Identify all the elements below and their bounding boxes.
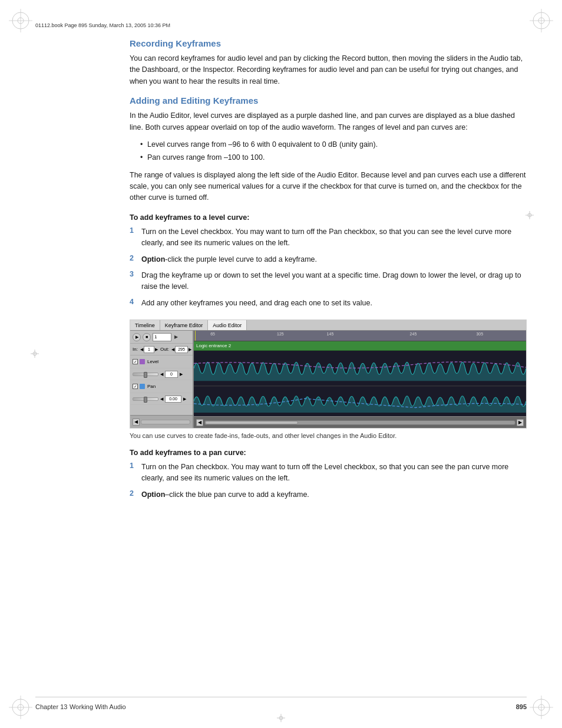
in-inc[interactable]: ▶ bbox=[155, 347, 158, 352]
scroll-thumb-left[interactable] bbox=[141, 420, 190, 424]
option-bold-2: Option bbox=[141, 255, 165, 263]
scroll-right-btn[interactable]: ▶ bbox=[517, 419, 524, 426]
level-checkbox[interactable]: ✓ bbox=[133, 359, 138, 364]
level-slider[interactable] bbox=[133, 373, 158, 376]
timeline-tab[interactable]: Timeline bbox=[130, 320, 160, 330]
level-color-swatch bbox=[140, 359, 145, 364]
pan-label: Pan bbox=[147, 384, 156, 389]
waveform-tracks bbox=[194, 351, 526, 416]
timeline-tab-label: Timeline bbox=[135, 322, 155, 328]
footer-left: Chapter 13 Working With Audio bbox=[35, 702, 126, 711]
figure-caption: You can use curves to create fade-ins, f… bbox=[130, 432, 527, 439]
time-display: 1 bbox=[153, 333, 171, 341]
pan-val-inc[interactable]: ▶ bbox=[183, 397, 186, 401]
step-num-4: 4 bbox=[130, 298, 141, 306]
pan-slider[interactable] bbox=[133, 397, 158, 401]
pan-val-dec[interactable]: ◀ bbox=[160, 397, 163, 401]
pan-step-2: 2 Option–click the blue pan curve to add… bbox=[130, 489, 527, 500]
pan-step-text-1: Turn on the Pan checkbox. You may want t… bbox=[141, 462, 527, 485]
editor-tab-bar: Timeline Keyframe Editor Audio Editor bbox=[130, 320, 526, 331]
timeline-ruler: 65 125 145 245 305 bbox=[194, 331, 526, 341]
bottom-edge-marker bbox=[277, 714, 285, 722]
step-text-1: Turn on the Level checkbox. You may want… bbox=[141, 226, 527, 249]
audio-editor-tab[interactable]: Audio Editor bbox=[208, 320, 247, 330]
editor-left-panel: ▶ ■ 1 ▶ In: ◀ bbox=[130, 331, 194, 428]
pan-controls-row: ◀ 0.00 ▶ bbox=[130, 393, 193, 405]
level-value: 0 bbox=[165, 371, 178, 378]
pan-value: 0.00 bbox=[165, 396, 181, 403]
scroll-track[interactable] bbox=[204, 420, 515, 425]
left-panel-scroll: ◀ bbox=[130, 415, 193, 428]
right-edge-marker bbox=[525, 211, 534, 219]
pan-row: ✓ Pan bbox=[130, 380, 193, 393]
stop-button[interactable]: ■ bbox=[143, 333, 151, 341]
pan-steps-list: 1 Turn on the Pan checkbox. You may want… bbox=[130, 462, 527, 500]
page-container: 01112.book Page 895 Sunday, March 13, 20… bbox=[0, 0, 562, 728]
content-area: Recording Keyframes You can record keyfr… bbox=[130, 38, 527, 681]
pan-subsection-title: To add keyframes to a pan curve: bbox=[130, 449, 527, 457]
in-out-section: In: ◀ 1 ▶ Out: ◀ 295 ▶ bbox=[130, 344, 193, 355]
level-pan-bullets: Level curves range from –96 to 6 with 0 … bbox=[140, 139, 527, 164]
time-display-value: 1 bbox=[154, 334, 157, 340]
corner-mark-tl bbox=[9, 9, 32, 32]
in-label: In: bbox=[133, 347, 138, 352]
scroll-thumb[interactable] bbox=[205, 421, 298, 424]
waveform-section: 65 125 145 245 305 Logic entrance 2 bbox=[194, 331, 526, 428]
waveform-svg bbox=[194, 351, 526, 416]
tick-245: 245 bbox=[410, 332, 417, 336]
recording-keyframes-body: You can record keyframes for audio level… bbox=[130, 53, 527, 87]
step-num-1: 1 bbox=[130, 226, 141, 235]
page-footer: Chapter 13 Working With Audio 895 bbox=[35, 697, 527, 711]
transport-controls: ▶ ■ 1 ▶ bbox=[130, 331, 193, 344]
footer-page-number: 895 bbox=[516, 703, 527, 710]
level-step-3: 3 Drag the keyframe up or down to set th… bbox=[130, 270, 527, 293]
left-panel-fill bbox=[130, 405, 193, 415]
step-text-2-rest: -click the purple level curve to add a k… bbox=[165, 255, 317, 263]
pan-checkbox[interactable]: ✓ bbox=[133, 384, 138, 389]
track-label: Logic entrance 2 bbox=[196, 343, 231, 348]
recording-keyframes-title: Recording Keyframes bbox=[130, 38, 527, 48]
bullet-pan: Pan curves range from –100 to 100. bbox=[140, 152, 527, 163]
arrow-ctrl: ▶ bbox=[174, 334, 178, 340]
level-controls-row: ◀ 0 ▶ bbox=[130, 368, 193, 380]
play-button[interactable]: ▶ bbox=[133, 333, 141, 341]
tick-305: 305 bbox=[476, 332, 483, 336]
pan-step-text-2: Option–click the blue pan curve to add a… bbox=[141, 489, 527, 500]
keyframe-tab-label: Keyframe Editor bbox=[165, 322, 203, 328]
level-val-dec[interactable]: ◀ bbox=[160, 372, 163, 377]
scroll-left[interactable]: ◀ bbox=[133, 419, 140, 426]
footer-chapter: Chapter 13 bbox=[35, 703, 67, 710]
corner-mark-br bbox=[530, 696, 553, 719]
option-bold-pan: Option bbox=[141, 490, 165, 499]
bullet-level: Level curves range from –96 to 6 with 0 … bbox=[140, 139, 527, 150]
in-dec[interactable]: ◀ bbox=[140, 347, 143, 352]
pan-step-num-2: 2 bbox=[130, 489, 141, 498]
scroll-left-btn[interactable]: ◀ bbox=[196, 419, 203, 426]
keyframe-editor-tab[interactable]: Keyframe Editor bbox=[160, 320, 209, 330]
level-steps-list: 1 Turn on the Level checkbox. You may wa… bbox=[130, 226, 527, 309]
out-inc[interactable]: ▶ bbox=[189, 347, 191, 352]
adding-body2: The range of values is displayed along t… bbox=[130, 170, 527, 204]
level-subsection-title: To add keyframes to a level curve: bbox=[130, 213, 527, 222]
waveform-scrollbar: ◀ ▶ bbox=[194, 416, 526, 428]
level-val-inc[interactable]: ▶ bbox=[180, 372, 183, 377]
out-value: 295 bbox=[175, 346, 188, 353]
tick-125: 125 bbox=[277, 332, 284, 336]
level-step-1: 1 Turn on the Level checkbox. You may wa… bbox=[130, 226, 527, 249]
corner-mark-bl bbox=[9, 696, 32, 719]
footer-section: Working With Audio bbox=[70, 703, 126, 710]
corner-mark-tr bbox=[530, 9, 553, 32]
step-num-3: 3 bbox=[130, 270, 141, 278]
step-text-3: Drag the keyframe up or down to set the … bbox=[141, 270, 527, 293]
figure-container: Timeline Keyframe Editor Audio Editor ▶ … bbox=[130, 319, 527, 439]
pan-color-swatch bbox=[140, 384, 145, 389]
playhead bbox=[195, 331, 196, 341]
level-label: Level bbox=[147, 359, 158, 364]
pan-step-num-1: 1 bbox=[130, 462, 141, 470]
step-num-2: 2 bbox=[130, 254, 141, 262]
out-dec[interactable]: ◀ bbox=[171, 347, 174, 352]
level-step-4: 4 Add any other keyframes you need, and … bbox=[130, 298, 527, 309]
out-label: Out: bbox=[160, 347, 169, 352]
adding-body1: In the Audio Editor, level curves are di… bbox=[130, 110, 527, 133]
level-step-2: 2 Option-click the purple level curve to… bbox=[130, 254, 527, 265]
